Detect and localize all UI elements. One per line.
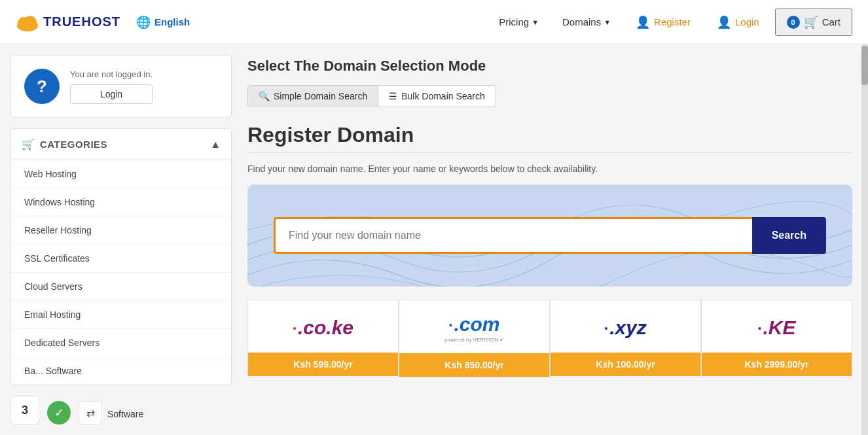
domain-logo-ke: ● .KE bbox=[702, 300, 852, 353]
chevron-down-icon: ▼ bbox=[532, 18, 539, 26]
divider bbox=[247, 152, 852, 153]
domain-search-input[interactable] bbox=[274, 217, 752, 254]
register-domain-title: Register Domain bbox=[247, 123, 852, 147]
globe-icon: 🌐 bbox=[136, 15, 151, 29]
chevron-down-icon: ▼ bbox=[604, 18, 611, 26]
navbar: TRUEHOST 🌐 English Pricing ▼ Domains ▼ 👤… bbox=[0, 0, 868, 44]
register-button[interactable]: 👤 Register bbox=[625, 10, 701, 35]
user-add-icon: 👤 bbox=[636, 15, 650, 29]
page-layout: ? You are not logged in. Login 🛒 CATEGOR… bbox=[0, 44, 868, 435]
register-domain-desc: Find your new domain name. Enter your na… bbox=[247, 164, 852, 174]
domains-link[interactable]: Domains ▼ bbox=[553, 11, 620, 33]
mode-tabs: 🔍 Simple Domain Search ☰ Bulk Domain Sea… bbox=[247, 85, 852, 107]
search-icon: 🔍 bbox=[259, 91, 270, 101]
cart-icon: 🛒 bbox=[804, 15, 818, 29]
software-label: Software bbox=[107, 409, 143, 419]
ke-logo-text: .KE bbox=[763, 317, 796, 339]
categories-title-wrap: 🛒 CATEGORIES bbox=[22, 138, 107, 150]
svg-point-3 bbox=[18, 22, 37, 31]
not-logged-text: You are not logged in. bbox=[70, 69, 153, 79]
language-selector[interactable]: 🌐 English bbox=[136, 15, 190, 29]
scrollbar-track[interactable] bbox=[861, 44, 868, 435]
nav-links: Pricing ▼ Domains ▼ 👤 Register 👤 Login 0… bbox=[490, 9, 852, 36]
verisign-badge: powered by VERISIGN ✓ bbox=[444, 337, 504, 343]
domain-card-coke[interactable]: ● .co.ke Ksh 599.00/yr bbox=[247, 300, 399, 377]
cloud-icon bbox=[16, 12, 39, 32]
domain-card-xyz[interactable]: ● .xyz Ksh 100.00/yr bbox=[550, 300, 701, 377]
sidebar-item-software[interactable]: Ba... Software bbox=[11, 357, 231, 385]
categories-header[interactable]: 🛒 CATEGORIES ▲ bbox=[11, 129, 231, 160]
dot-blue-icon: ● bbox=[448, 321, 452, 328]
dot-red-icon: ● bbox=[293, 324, 297, 332]
brand-logo[interactable]: TRUEHOST bbox=[16, 12, 120, 32]
sidebar-login-button[interactable]: Login bbox=[70, 84, 153, 104]
brand-name: TRUEHOST bbox=[43, 14, 120, 29]
search-row: Search bbox=[274, 217, 826, 254]
list-icon: ☰ bbox=[389, 91, 397, 101]
search-area: Search bbox=[247, 184, 852, 287]
cart-button[interactable]: 0 🛒 Cart bbox=[775, 9, 852, 36]
sidebar-item-web-hosting[interactable]: Web Hosting bbox=[11, 160, 231, 188]
tab-simple-domain-search[interactable]: 🔍 Simple Domain Search bbox=[247, 85, 378, 107]
language-label: English bbox=[154, 16, 190, 27]
sidebar-item-dedicated-servers[interactable]: Dedicated Servers bbox=[11, 329, 231, 357]
domain-logo-coke: ● .co.ke bbox=[248, 300, 398, 353]
dot-purple-icon: ● bbox=[604, 324, 608, 332]
xyz-logo-text: .xyz bbox=[609, 317, 647, 339]
com-logo-wrap: ● .com powered by VERISIGN ✓ bbox=[444, 313, 504, 343]
avatar: ? bbox=[24, 69, 60, 104]
sidebar-item-cloud-servers[interactable]: Cloud Servers bbox=[11, 273, 231, 301]
ke-price: Ksh 2999.00/yr bbox=[702, 353, 852, 376]
scrollbar-thumb[interactable] bbox=[861, 46, 868, 85]
coke-logo-text: .co.ke bbox=[298, 317, 353, 339]
dot-purple2-icon: ● bbox=[757, 324, 761, 332]
user-icon: 👤 bbox=[717, 15, 731, 29]
sidebar-item-email-hosting[interactable]: Email Hosting bbox=[11, 301, 231, 329]
verisign-checkmark: ✓ bbox=[499, 337, 504, 343]
domain-card-ke[interactable]: ● .KE Ksh 2999.00/yr bbox=[701, 300, 852, 377]
coke-price: Ksh 599.00/yr bbox=[248, 353, 398, 376]
login-box: ? You are not logged in. Login bbox=[10, 55, 232, 118]
swap-icon[interactable]: ⇄ bbox=[79, 401, 102, 425]
verisign-text: powered by VERISIGN bbox=[444, 337, 498, 343]
com-logo-row: ● .com bbox=[448, 313, 499, 336]
sidebar: ? You are not logged in. Login 🛒 CATEGOR… bbox=[0, 44, 242, 435]
domain-logo-xyz: ● .xyz bbox=[551, 300, 700, 353]
domain-logo-com: ● .com powered by VERISIGN ✓ bbox=[399, 300, 549, 353]
select-mode-title: Select The Domain Selection Mode bbox=[247, 58, 852, 75]
com-logo-text: .com bbox=[454, 313, 500, 336]
login-button[interactable]: 👤 Login bbox=[706, 10, 770, 35]
search-button[interactable]: Search bbox=[752, 217, 826, 254]
domain-cards: ● .co.ke Ksh 599.00/yr ● .com powered by… bbox=[247, 300, 852, 377]
domain-card-com[interactable]: ● .com powered by VERISIGN ✓ Ksh 850.00/… bbox=[399, 300, 550, 377]
com-price: Ksh 850.00/yr bbox=[399, 353, 549, 377]
sidebar-item-ssl[interactable]: SSL Certificates bbox=[11, 245, 231, 273]
pricing-link[interactable]: Pricing ▼ bbox=[490, 11, 548, 33]
corner-badge-number: 3 bbox=[10, 396, 39, 425]
main-content: Select The Domain Selection Mode 🔍 Simpl… bbox=[242, 44, 868, 435]
xyz-price: Ksh 100.00/yr bbox=[551, 353, 700, 376]
chevron-up-icon: ▲ bbox=[210, 139, 221, 150]
login-info: You are not logged in. Login bbox=[70, 69, 153, 104]
cart-badge: 0 bbox=[787, 16, 800, 29]
sidebar-item-windows-hosting[interactable]: Windows Hosting bbox=[11, 188, 231, 217]
tab-bulk-domain-search[interactable]: ☰ Bulk Domain Search bbox=[378, 85, 496, 107]
green-check-icon: ✓ bbox=[47, 401, 71, 425]
categories-panel: 🛒 CATEGORIES ▲ Web Hosting Windows Hosti… bbox=[10, 128, 232, 385]
sidebar-item-reseller-hosting[interactable]: Reseller Hosting bbox=[11, 217, 231, 245]
categories-title: CATEGORIES bbox=[40, 139, 107, 150]
cart-icon: 🛒 bbox=[22, 138, 35, 150]
